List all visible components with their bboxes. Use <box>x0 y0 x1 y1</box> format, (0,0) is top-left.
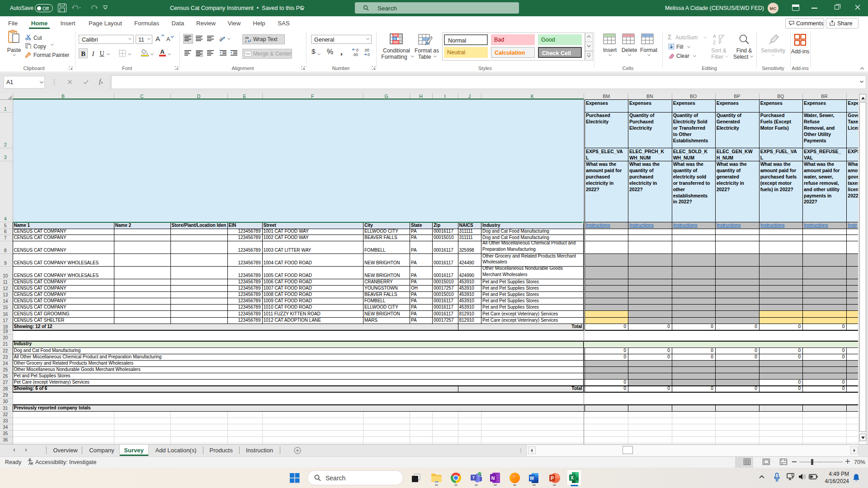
svg-text:.00: .00 <box>364 48 369 52</box>
svg-text:0: 0 <box>356 48 359 52</box>
svg-text:.00: .00 <box>353 52 358 56</box>
svg-text:A: A <box>713 34 716 39</box>
svg-text:0: 0 <box>368 52 370 56</box>
svg-text:P: P <box>551 476 554 481</box>
svg-text:X: X <box>571 475 574 480</box>
svg-text:W: W <box>530 476 534 481</box>
svg-text:c: c <box>245 39 247 43</box>
svg-text:T: T <box>472 475 475 480</box>
svg-text:Z: Z <box>713 40 716 45</box>
svg-text:N: N <box>491 475 495 481</box>
